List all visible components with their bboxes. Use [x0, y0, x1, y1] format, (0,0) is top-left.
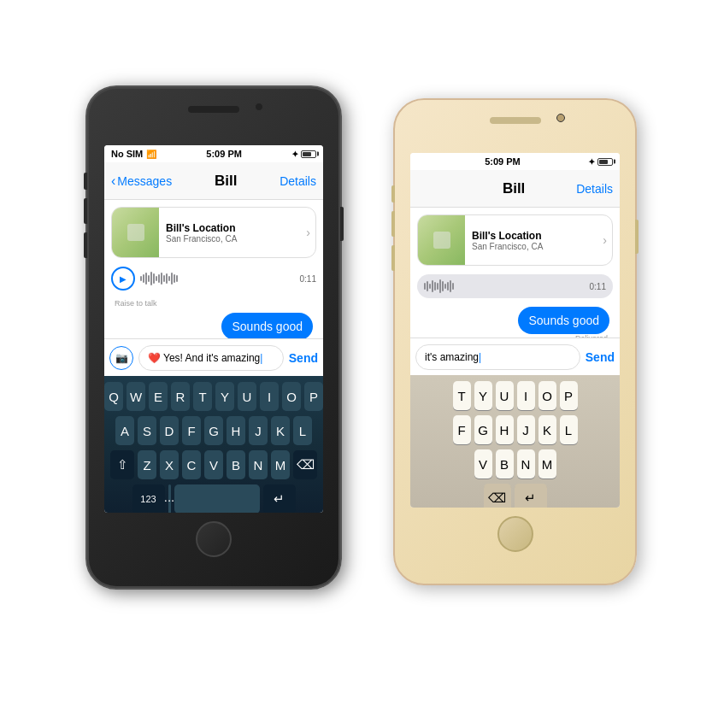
key-I[interactable]: I — [260, 382, 279, 411]
screen-light: 5:09 PM ✦ Bill Details — [410, 153, 620, 508]
scene: 5:09 PM ✦ Bill Details — [0, 0, 718, 728]
bluetooth-icon-light: ✦ — [588, 157, 595, 167]
key-X[interactable]: X — [160, 450, 179, 479]
key-U[interactable]: U — [496, 381, 514, 410]
key-L[interactable]: L — [293, 416, 312, 445]
key-W[interactable]: W — [127, 382, 145, 411]
location-address-light: San Francisco, CA — [472, 242, 596, 251]
key-H[interactable]: H — [496, 415, 514, 444]
key-J[interactable]: J — [249, 416, 268, 445]
power-button-dark[interactable] — [340, 207, 344, 241]
key-A[interactable]: A — [115, 416, 134, 445]
return-key-dark[interactable]: ↵ — [263, 484, 296, 513]
key-R[interactable]: R — [171, 382, 190, 411]
key-Q[interactable]: Q — [104, 382, 123, 411]
location-card-dark[interactable]: Bill's Location San Francisco, CA › — [111, 207, 316, 258]
key-O[interactable]: O — [538, 381, 556, 410]
key-K[interactable]: K — [538, 415, 556, 444]
location-name-light: Bill's Location — [472, 230, 596, 242]
send-button-dark[interactable]: Send — [289, 351, 318, 365]
key-T[interactable]: T — [453, 381, 471, 410]
key-S[interactable]: S — [138, 416, 156, 445]
key-Z[interactable]: Z — [138, 450, 156, 479]
key-M[interactable]: M — [271, 450, 290, 479]
key-I[interactable]: I — [517, 381, 535, 410]
volume-down-button[interactable] — [391, 245, 395, 271]
location-map-dark — [112, 208, 159, 257]
keyboard-row-1-dark: Q W E R T Y U I O P — [106, 379, 321, 414]
text-field-light[interactable]: it's amazing | — [415, 344, 580, 370]
raise-to-talk-label: Raise to talk — [111, 299, 316, 308]
key-N[interactable]: N — [249, 450, 268, 479]
key-G[interactable]: G — [474, 415, 492, 444]
input-area-light: it's amazing | Send — [410, 338, 620, 375]
status-right-dark: ✦ — [291, 150, 316, 159]
key-V[interactable]: V — [204, 450, 223, 479]
volume-up-button[interactable] — [391, 211, 395, 237]
delete-key-light[interactable]: ⌫ — [484, 484, 511, 508]
status-right-light: ✦ — [588, 157, 613, 167]
return-key-light[interactable]: ↵ — [515, 484, 547, 508]
location-info-light: Bill's Location San Francisco, CA — [465, 225, 603, 256]
key-B[interactable]: B — [496, 449, 514, 478]
power-button[interactable] — [635, 220, 639, 254]
key-P[interactable]: P — [560, 381, 578, 410]
messages-scroll-dark: Bill's Location San Francisco, CA › ▶ — [104, 200, 323, 338]
dots-key: ··· — [168, 484, 171, 513]
messages-area-light: Bill's Location San Francisco, CA › — [410, 208, 620, 508]
voice-duration-dark: 0:11 — [300, 274, 316, 284]
home-button-dark[interactable] — [196, 521, 232, 557]
voice-message-light: 0:11 — [417, 271, 613, 302]
key-F[interactable]: F — [453, 415, 471, 444]
key-M[interactable]: M — [538, 449, 556, 478]
key-L[interactable]: L — [560, 415, 578, 444]
nav-detail-light[interactable]: Details — [576, 182, 613, 196]
key-K[interactable]: K — [271, 416, 290, 445]
status-bar-dark: No SIM 📶 5:09 PM ✦ — [104, 145, 323, 162]
key-B[interactable]: B — [227, 450, 245, 479]
back-label: Messages — [117, 174, 172, 188]
keyboard-row-4-light: ⌫ ↵ — [412, 481, 618, 508]
nav-detail-dark[interactable]: Details — [280, 174, 316, 188]
key-Y[interactable]: Y — [474, 381, 492, 410]
volume-up-dark[interactable] — [84, 198, 87, 224]
voice-duration-light: 0:11 — [590, 282, 606, 291]
play-button[interactable]: ▶ — [111, 267, 135, 291]
key-J[interactable]: J — [517, 415, 535, 444]
status-left-dark: No SIM 📶 — [111, 149, 156, 159]
delete-key-dark[interactable]: ⌫ — [293, 450, 317, 479]
send-button-light[interactable]: Send — [586, 350, 615, 364]
key-O[interactable]: O — [282, 382, 301, 411]
key-H[interactable]: H — [227, 416, 245, 445]
silent-switch-dark[interactable] — [84, 173, 87, 190]
camera-button[interactable]: 📷 — [109, 346, 133, 370]
key-C[interactable]: C — [182, 450, 201, 479]
home-button-light[interactable] — [497, 516, 533, 552]
key-T[interactable]: T — [193, 382, 212, 411]
key-V[interactable]: V — [474, 449, 492, 478]
key-D[interactable]: D — [160, 416, 179, 445]
status-bar-light: 5:09 PM ✦ — [410, 153, 620, 170]
text-field-dark[interactable]: ❤️ Yes! And it's amazing | — [138, 345, 284, 371]
key-G[interactable]: G — [204, 416, 223, 445]
screen-dark: No SIM 📶 5:09 PM ✦ ‹ Messages Bill Detai… — [104, 145, 323, 513]
silent-switch[interactable] — [391, 185, 395, 203]
carrier-label: No SIM — [111, 149, 143, 159]
key-U[interactable]: U — [238, 382, 256, 411]
front-camera — [556, 114, 565, 122]
key-N[interactable]: N — [517, 449, 535, 478]
phone-dark: No SIM 📶 5:09 PM ✦ ‹ Messages Bill Detai… — [85, 85, 342, 590]
key-Y[interactable]: Y — [215, 382, 234, 411]
shift-key-dark[interactable]: ⇧ — [110, 450, 134, 479]
key-E[interactable]: E — [149, 382, 168, 411]
input-text-light: it's amazing — [425, 351, 479, 363]
key-F[interactable]: F — [182, 416, 201, 445]
location-card-light[interactable]: Bill's Location San Francisco, CA › — [417, 214, 613, 266]
space-key-dark[interactable] — [174, 484, 260, 513]
volume-down-dark[interactable] — [84, 232, 87, 258]
camera-dark — [255, 103, 263, 111]
back-chevron-icon: ‹ — [111, 173, 115, 189]
key-P[interactable]: P — [304, 382, 323, 411]
numbers-key-dark[interactable]: 123 — [132, 484, 165, 513]
nav-back-button[interactable]: ‹ Messages — [111, 173, 172, 189]
